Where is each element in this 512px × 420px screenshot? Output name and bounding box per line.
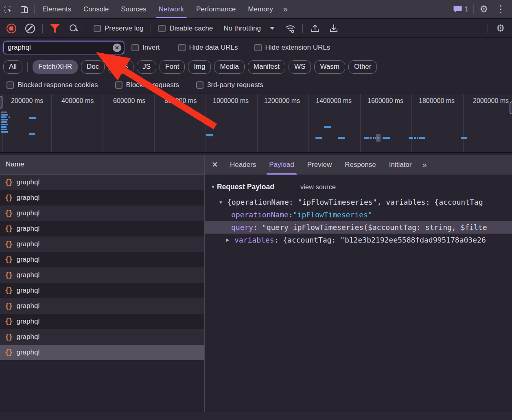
- blocked-response-cookies-checkbox[interactable]: [7, 81, 14, 89]
- payload-token: variables: [234, 236, 274, 244]
- disable-cache-checkbox[interactable]: [158, 25, 166, 32]
- import-har-icon[interactable]: [310, 23, 320, 34]
- type-chip-ws[interactable]: WS: [289, 60, 311, 74]
- search-icon[interactable]: [69, 24, 79, 33]
- request-row[interactable]: {}graphql: [0, 345, 204, 360]
- inspect-element-icon[interactable]: [0, 0, 16, 18]
- third-party-requests-option[interactable]: 3rd-party requests: [193, 81, 267, 89]
- detail-tab-payload[interactable]: Payload: [263, 155, 300, 175]
- type-chip-css[interactable]: CSS: [108, 60, 133, 74]
- preserve-log-option[interactable]: Preserve log: [90, 24, 147, 33]
- blocked-response-cookies-option[interactable]: Blocked response cookies: [3, 81, 101, 89]
- invert-option[interactable]: Invert: [128, 44, 163, 52]
- type-chip-fetchxhr[interactable]: Fetch/XHR: [33, 60, 78, 74]
- device-toolbar-icon[interactable]: [16, 0, 33, 18]
- json-braces-icon: {}: [5, 348, 12, 357]
- payload-token: : "query ipFlowTimeseries($accountTag: s…: [253, 223, 487, 232]
- export-har-icon[interactable]: [328, 23, 339, 34]
- section-expanded-icon[interactable]: ▼: [211, 184, 215, 189]
- tab-performance[interactable]: Performance: [190, 0, 242, 18]
- throttling-dropdown[interactable]: No throttling: [219, 24, 280, 33]
- filter-input[interactable]: [8, 44, 113, 52]
- request-row[interactable]: {}graphql: [0, 314, 204, 329]
- tab-sources[interactable]: Sources: [115, 0, 152, 18]
- disclosure-expanded-icon[interactable]: ▼: [219, 200, 227, 205]
- view-source-link[interactable]: view source: [300, 183, 336, 191]
- request-row[interactable]: {}graphql: [0, 221, 204, 236]
- payload-view: ▼ Request Payload view source ▼{operatio…: [205, 175, 512, 249]
- detail-tab-headers[interactable]: Headers: [223, 155, 263, 175]
- json-braces-icon: {}: [5, 225, 12, 233]
- type-chip-js[interactable]: JS: [137, 60, 156, 74]
- settings-gear-icon[interactable]: ⚙: [475, 4, 492, 15]
- hide-extension-urls-option[interactable]: Hide extension URLs: [251, 44, 334, 52]
- filter-input-box[interactable]: ✕: [3, 41, 124, 54]
- disclosure-collapsed-icon[interactable]: ▶: [226, 237, 234, 243]
- request-name: graphql: [16, 333, 39, 341]
- request-bar: [29, 133, 35, 135]
- request-row[interactable]: {}graphql: [0, 236, 204, 252]
- request-name: graphql: [16, 178, 39, 186]
- request-row[interactable]: {}graphql: [0, 329, 204, 345]
- clear-filter-icon[interactable]: ✕: [113, 44, 121, 52]
- type-chip-font[interactable]: Font: [160, 60, 185, 74]
- payload-line[interactable]: ▼{operationName: "ipFlowTimeseries", var…: [205, 196, 512, 208]
- json-braces-icon: {}: [5, 287, 12, 295]
- issues-counter[interactable]: 1: [450, 5, 472, 13]
- network-overview-timeline[interactable]: 200000 ms400000 ms600000 ms800000 ms1000…: [0, 94, 512, 153]
- payload-line[interactable]: ▶variables: {accountTag: "b12e3b2192ee55…: [205, 234, 512, 246]
- detail-tab-initiator[interactable]: Initiator: [383, 155, 418, 175]
- name-column-header[interactable]: Name: [0, 155, 204, 175]
- request-row[interactable]: {}graphql: [0, 206, 204, 221]
- tab-network[interactable]: Network: [153, 0, 190, 18]
- type-chip-wasm[interactable]: Wasm: [314, 60, 345, 74]
- timeline-tick-label: 600000 ms: [113, 97, 145, 105]
- request-payload-title: Request Payload: [217, 183, 274, 191]
- tab-console[interactable]: Console: [77, 0, 115, 18]
- payload-line[interactable]: operationName: "ipFlowTimeseries": [205, 208, 512, 221]
- request-payload-section[interactable]: ▼ Request Payload view source: [205, 180, 512, 194]
- request-row[interactable]: {}graphql: [0, 190, 204, 206]
- more-tabs-icon[interactable]: »: [279, 0, 291, 18]
- hide-data-urls-option[interactable]: Hide data URLs: [175, 44, 241, 52]
- more-detail-tabs-icon[interactable]: »: [418, 155, 430, 175]
- type-chip-manifest[interactable]: Manifest: [248, 60, 285, 74]
- type-chip-media[interactable]: Media: [214, 60, 244, 74]
- detail-tab-preview[interactable]: Preview: [301, 155, 338, 175]
- network-conditions-icon[interactable]: [285, 23, 295, 34]
- request-row[interactable]: {}graphql: [0, 252, 204, 267]
- request-row[interactable]: {}graphql: [0, 175, 204, 190]
- close-detail-icon[interactable]: ✕: [206, 155, 223, 175]
- timeline-tick-label: 1600000 ms: [368, 97, 403, 105]
- third-party-requests-label: 3rd-party requests: [207, 81, 263, 89]
- timeline-right-handle[interactable]: [510, 101, 512, 114]
- bottom-scroll-strip[interactable]: [0, 412, 512, 420]
- hide-extension-urls-checkbox[interactable]: [254, 44, 262, 51]
- blocked-requests-option[interactable]: Blocked requests: [112, 81, 182, 89]
- request-row[interactable]: {}graphql: [0, 267, 204, 283]
- kebab-menu-icon[interactable]: ⋮: [492, 4, 510, 15]
- request-row[interactable]: {}graphql: [0, 283, 204, 298]
- resource-type-filters: AllFetch/XHRDocCSSJSFontImgMediaManifest…: [0, 57, 512, 76]
- filter-funnel-icon[interactable]: [50, 24, 60, 33]
- clear-network-log-icon[interactable]: [25, 24, 35, 33]
- disable-cache-option[interactable]: Disable cache: [155, 24, 216, 33]
- third-party-requests-checkbox[interactable]: [196, 81, 203, 89]
- detail-tab-response[interactable]: Response: [338, 155, 383, 175]
- record-network-log-icon[interactable]: [7, 24, 16, 33]
- blocked-requests-checkbox[interactable]: [115, 81, 123, 89]
- tab-elements[interactable]: Elements: [36, 0, 77, 18]
- timeline-left-handle[interactable]: [0, 96, 2, 109]
- request-row[interactable]: {}graphql: [0, 298, 204, 314]
- type-chip-doc[interactable]: Doc: [81, 60, 105, 74]
- invert-checkbox[interactable]: [131, 44, 139, 51]
- type-chip-other[interactable]: Other: [348, 60, 377, 74]
- type-chip-all[interactable]: All: [3, 60, 22, 74]
- tab-memory[interactable]: Memory: [242, 0, 279, 18]
- hide-data-urls-checkbox[interactable]: [178, 44, 186, 51]
- payload-line[interactable]: query: "query ipFlowTimeseries($accountT…: [205, 221, 512, 234]
- network-settings-gear-icon[interactable]: ⚙: [492, 23, 509, 34]
- request-bar: [1, 112, 7, 113]
- preserve-log-checkbox[interactable]: [94, 25, 101, 32]
- type-chip-img[interactable]: Img: [188, 60, 211, 74]
